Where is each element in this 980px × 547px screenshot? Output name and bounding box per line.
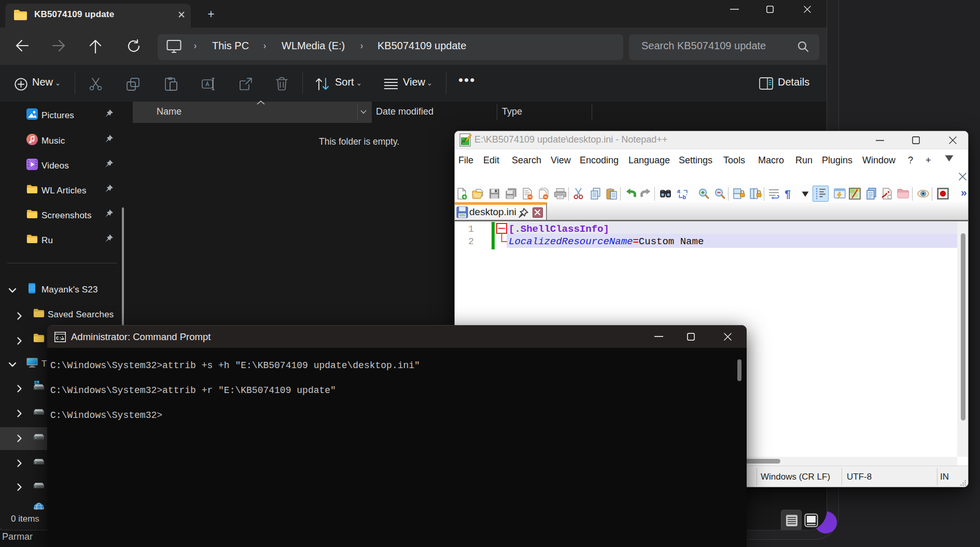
svg-text:C:\: C:\ <box>56 336 65 341</box>
svg-text:¶: ¶ <box>785 188 791 200</box>
svg-text:b: b <box>682 194 685 200</box>
